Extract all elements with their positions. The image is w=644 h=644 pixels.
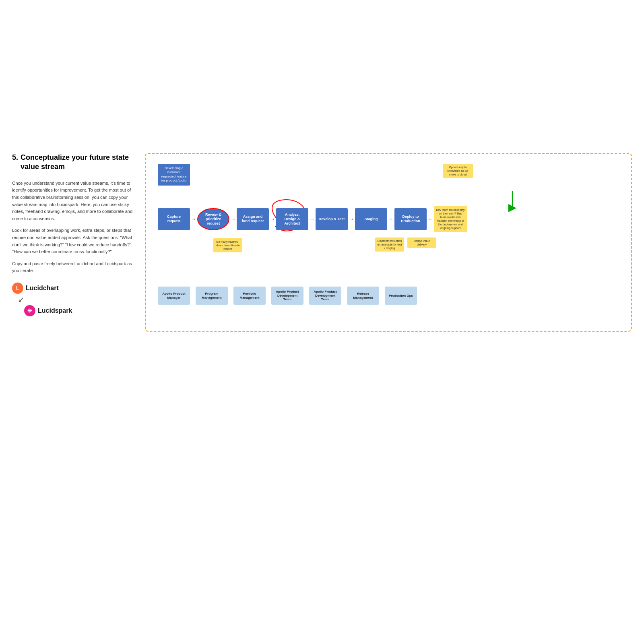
- sticky-too-many-reviews: Too many reviews – slows down time to ma…: [213, 238, 242, 252]
- arrow-3: →: [269, 216, 276, 222]
- swimlane-production-ops: Production Ops: [385, 287, 417, 305]
- process-deploy-production: Deploy to Production: [394, 208, 427, 230]
- swimlane-portfolio-mgmt: Portfolio Management: [233, 287, 266, 305]
- lucidchart-logo: L Lucidchart: [12, 283, 59, 294]
- process-develop-test: Develop & Test: [316, 208, 348, 230]
- sticky-opportunity: Opportunity to streamline as we move to …: [443, 164, 473, 178]
- process-analyze-design: Analyze, Design & Architect: [276, 208, 308, 230]
- diagram-inner: Developing a customer requested feature …: [154, 162, 623, 323]
- arrow-6: →: [387, 216, 394, 222]
- process-staging: Staging: [355, 208, 387, 230]
- process-capture-request: Capture request: [158, 208, 190, 230]
- arrow-1: →: [190, 216, 197, 222]
- arrow-2: →: [229, 216, 237, 222]
- swimlane-program-mgmt: Program Management: [196, 287, 228, 305]
- diagram-panel: Developing a customer requested feature …: [145, 153, 632, 332]
- swimlane-apollo-dev-team-1: Apollo Product Development Team: [271, 287, 303, 305]
- section-title: Conceptualize your future state value st…: [21, 153, 133, 172]
- lucidspark-icon: ✳: [24, 305, 35, 316]
- arrow-7: ←: [427, 216, 434, 222]
- swimlane-release-mgmt: Release Management: [347, 287, 379, 305]
- process-review-prioritize: Review & prioritize request: [197, 208, 229, 230]
- section-number: 5.: [12, 153, 18, 162]
- sticky-delays-value: Delays value delivery: [407, 237, 436, 248]
- lucidchart-icon: L: [12, 283, 23, 294]
- process-row: Capture request → Review & prioritize re…: [154, 206, 623, 232]
- left-panel: 5. Conceptualize your future state value…: [12, 153, 133, 332]
- swimlane-apollo-dev-team-2: Apollo Product Development Team: [309, 287, 341, 305]
- swimlane-apollo-pm: Apollo Product Manager: [158, 287, 190, 305]
- sticky-dev-team: Dev team could deploy on their own? This…: [434, 206, 467, 232]
- body-text-2: Look for areas of overlapping work, extr…: [12, 227, 133, 255]
- swimlane-row: Apollo Product Manager Program Managemen…: [154, 287, 623, 305]
- arrow-5: →: [348, 216, 355, 222]
- body-text-1: Once you understand your current value s…: [12, 180, 133, 223]
- process-assign-fund: Assign and fund request: [237, 208, 269, 230]
- sticky-apollo-feature: Developing a customer requested feature …: [158, 164, 190, 186]
- lucidspark-logo: ✳ Lucidspark: [24, 305, 72, 316]
- logos-container: L Lucidchart ↙ ✳ Lucidspark: [12, 283, 133, 316]
- arrow-down-connector: ↙: [18, 295, 25, 303]
- sticky-environments: Environments often un-available for test…: [375, 237, 404, 252]
- body-text-3: Copy and paste freely between Lucidchart…: [12, 260, 133, 275]
- arrow-4: →: [308, 216, 316, 222]
